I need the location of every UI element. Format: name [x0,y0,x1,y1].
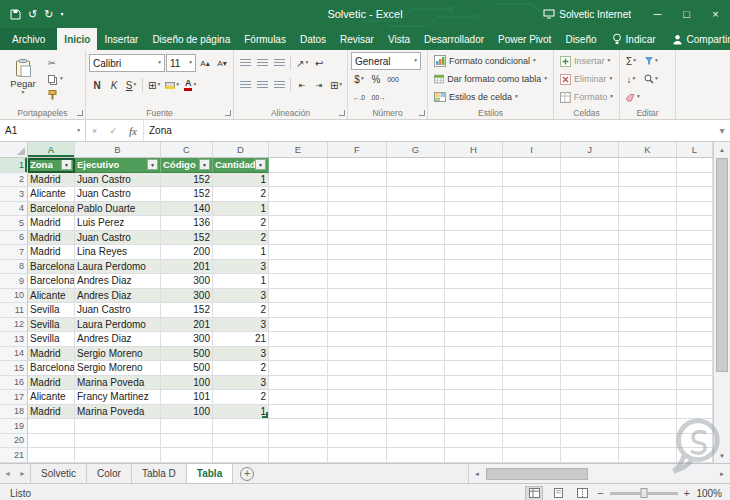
number-dialog-launcher[interactable] [419,110,425,116]
column-header-G[interactable]: G [387,142,445,157]
column-header-F[interactable]: F [328,142,387,157]
column-header-K[interactable]: K [619,142,677,157]
cell-G4[interactable] [387,202,445,217]
cell-J4[interactable] [561,202,619,217]
cell-F3[interactable] [328,187,387,202]
select-all-corner[interactable] [0,142,28,157]
cell-C17[interactable]: 101 [161,390,213,405]
cell-B14[interactable]: Sergio Moreno [75,347,161,362]
name-box[interactable]: A1 ▾ [0,120,86,141]
cell-B13[interactable]: Andres Diaz [75,332,161,347]
delete-cells-button[interactable]: Eliminar ▾ [557,71,616,87]
cell-F9[interactable] [328,274,387,289]
cell-I16[interactable] [503,376,561,391]
cell-B20[interactable] [75,434,161,449]
cell-J16[interactable] [561,376,619,391]
cell-D13[interactable]: 21 [213,332,269,347]
scroll-up-arrow[interactable]: ▲ [714,142,730,157]
cell-I18[interactable] [503,405,561,420]
cell-A1[interactable]: Zona▼ [28,158,75,173]
align-middle-button[interactable] [254,54,270,72]
cell-L14[interactable] [677,347,713,362]
cell-D8[interactable]: 3 [213,260,269,275]
cell-E9[interactable] [269,274,328,289]
minimize-button[interactable]: ─ [643,0,672,28]
cell-A15[interactable]: Barcelona [28,361,75,376]
cell-C11[interactable]: 152 [161,303,213,318]
increase-decimal-button[interactable]: ←.0 [351,88,367,106]
cell-L20[interactable] [677,434,713,449]
cell-J18[interactable] [561,405,619,420]
cell-K20[interactable] [619,434,677,449]
cell-I7[interactable] [503,245,561,260]
cell-B5[interactable]: Luis Perez [75,216,161,231]
cell-I12[interactable] [503,318,561,333]
row-header-2[interactable]: 2 [0,173,28,188]
row-header-13[interactable]: 13 [0,332,28,347]
tell-me-box[interactable]: Indicar [604,28,664,50]
orientation-button[interactable]: ↗▾ [294,54,310,72]
cell-E17[interactable] [269,390,328,405]
cell-L6[interactable] [677,231,713,246]
cell-D10[interactable]: 3 [213,289,269,304]
expand-formula-bar-icon[interactable]: ▾ [714,120,730,141]
cell-H9[interactable] [445,274,503,289]
zoom-slider[interactable] [610,492,678,495]
fill-button[interactable]: ↓▾ [623,70,639,88]
row-header-20[interactable]: 20 [0,434,28,449]
cell-G21[interactable] [387,448,445,463]
cell-A5[interactable]: Madrid [28,216,75,231]
cell-G5[interactable] [387,216,445,231]
cell-F11[interactable] [328,303,387,318]
cell-G6[interactable] [387,231,445,246]
cell-F16[interactable] [328,376,387,391]
decrease-font-button[interactable]: A▾ [214,54,230,72]
cell-A6[interactable]: Madrid [28,231,75,246]
cell-G8[interactable] [387,260,445,275]
filter-button-D1[interactable]: ▼ [255,159,266,170]
cell-E13[interactable] [269,332,328,347]
cell-L2[interactable] [677,173,713,188]
cell-E19[interactable] [269,419,328,434]
cell-J1[interactable] [561,158,619,173]
cell-L13[interactable] [677,332,713,347]
cell-B18[interactable]: Marina Poveda [75,405,161,420]
cell-I11[interactable] [503,303,561,318]
row-header-3[interactable]: 3 [0,187,28,202]
cell-K3[interactable] [619,187,677,202]
normal-view-button[interactable] [525,486,543,500]
cell-K8[interactable] [619,260,677,275]
cell-J5[interactable] [561,216,619,231]
tab-diseño[interactable]: Diseño [558,28,603,50]
cell-E12[interactable] [269,318,328,333]
cell-E1[interactable] [269,158,328,173]
cell-E11[interactable] [269,303,328,318]
cell-A4[interactable]: Barcelona [28,202,75,217]
insert-cells-button[interactable]: Insertar ▾ [557,53,616,69]
tab-datos[interactable]: Datos [293,28,333,50]
cell-F5[interactable] [328,216,387,231]
customize-qat-icon[interactable]: ▾ [60,11,63,17]
cell-A10[interactable]: Alicante [28,289,75,304]
cell-J12[interactable] [561,318,619,333]
font-dialog-launcher[interactable] [225,110,231,116]
cell-A17[interactable]: Alicante [28,390,75,405]
page-break-view-button[interactable] [573,486,591,500]
cell-J2[interactable] [561,173,619,188]
cell-A3[interactable]: Alicante [28,187,75,202]
row-header-5[interactable]: 5 [0,216,28,231]
cell-A19[interactable] [28,419,75,434]
cell-G11[interactable] [387,303,445,318]
column-header-E[interactable]: E [269,142,328,157]
decrease-indent-button[interactable]: ⇤ [294,76,310,94]
row-header-21[interactable]: 21 [0,448,28,463]
cell-L12[interactable] [677,318,713,333]
sheet-nav-left-icon[interactable]: ◄ [0,464,15,483]
cell-J14[interactable] [561,347,619,362]
cell-L17[interactable] [677,390,713,405]
cell-G12[interactable] [387,318,445,333]
cell-C18[interactable]: 100 [161,405,213,420]
cell-H13[interactable] [445,332,503,347]
zoom-slider-thumb[interactable] [640,488,647,498]
cell-E20[interactable] [269,434,328,449]
